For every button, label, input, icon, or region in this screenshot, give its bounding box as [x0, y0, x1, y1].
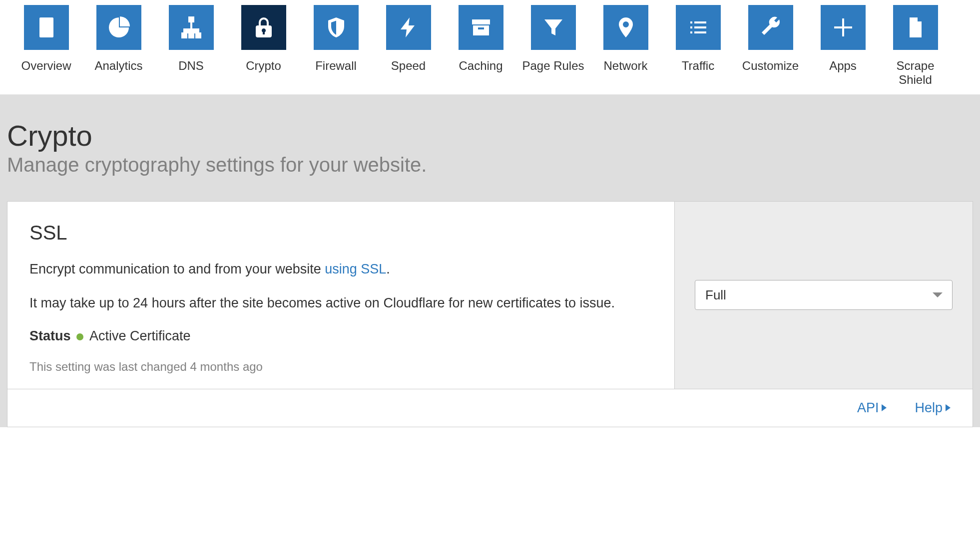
clipboard-icon [24, 5, 69, 50]
nav-label: Firewall [315, 59, 357, 73]
nav-label: Crypto [246, 59, 281, 73]
file-icon [893, 5, 938, 50]
sitemap-icon [169, 5, 214, 50]
page-subtitle: Manage cryptography settings for your we… [7, 154, 973, 176]
ssl-card-main: SSL Encrypt communication to and from yo… [7, 202, 973, 389]
nav-label: Scrape Shield [879, 59, 952, 86]
ssl-status-value: Active Certificate [89, 328, 191, 343]
nav-item-caching[interactable]: Caching [445, 5, 517, 94]
ssl-desc-suffix: . [386, 262, 390, 276]
bolt-icon [386, 5, 431, 50]
nav-label: Traffic [682, 59, 714, 73]
ssl-card-desc: Encrypt communication to and from your w… [29, 260, 652, 278]
nav-item-speed[interactable]: Speed [372, 5, 445, 94]
ssl-card-content: SSL Encrypt communication to and from yo… [7, 202, 675, 389]
page-title: Crypto [7, 120, 973, 152]
api-link[interactable]: API [857, 400, 887, 416]
nav-item-apps[interactable]: Apps [807, 5, 879, 94]
nav-label: Network [603, 59, 647, 73]
nav-item-network[interactable]: Network [589, 5, 662, 94]
funnel-icon [531, 5, 576, 50]
help-link[interactable]: Help [915, 400, 951, 416]
wrench-icon [748, 5, 793, 50]
marker-icon [603, 5, 648, 50]
api-link-label: API [857, 400, 879, 416]
nav-item-page-rules[interactable]: Page Rules [517, 5, 589, 94]
nav-label: Customize [742, 59, 799, 73]
nav-item-scrape-shield[interactable]: Scrape Shield [879, 5, 952, 94]
list-icon [676, 5, 721, 50]
nav-label: DNS [178, 59, 204, 73]
pie-icon [96, 5, 141, 50]
nav-label: Analytics [94, 59, 142, 73]
ssl-mode-select-wrap: Full [695, 280, 953, 310]
caret-right-icon [882, 404, 887, 411]
nav-item-customize[interactable]: Customize [734, 5, 807, 94]
nav-item-firewall[interactable]: Firewall [300, 5, 372, 94]
lock-icon [241, 5, 286, 50]
nav-label: Caching [459, 59, 502, 73]
nav-label: Page Rules [522, 59, 584, 73]
ssl-card-note: It may take up to 24 hours after the sit… [29, 294, 649, 312]
nav-label: Apps [829, 59, 857, 73]
ssl-card: SSL Encrypt communication to and from yo… [7, 201, 973, 427]
ssl-last-changed: This setting was last changed 4 months a… [29, 360, 652, 374]
ssl-status-label: Status [29, 328, 71, 343]
archive-icon [459, 5, 503, 50]
page-header: Crypto Manage cryptography settings for … [7, 113, 973, 201]
caret-right-icon [946, 404, 951, 411]
nav-item-crypto[interactable]: Crypto [227, 5, 300, 94]
nav-label: Overview [21, 59, 71, 73]
ssl-status-row: Status Active Certificate [29, 328, 652, 344]
nav-item-traffic[interactable]: Traffic [662, 5, 734, 94]
page-body: Crypto Manage cryptography settings for … [0, 95, 980, 427]
ssl-card-title: SSL [29, 222, 652, 244]
status-dot-icon [76, 333, 83, 340]
plus-icon [821, 5, 866, 50]
nav-label: Speed [391, 59, 426, 73]
ssl-mode-select[interactable]: Full [695, 280, 953, 310]
shield-icon [314, 5, 359, 50]
nav-item-overview[interactable]: Overview [10, 5, 82, 94]
help-link-label: Help [915, 400, 943, 416]
ssl-card-control: Full [675, 202, 973, 389]
ssl-desc-link[interactable]: using SSL [325, 262, 386, 276]
top-nav: OverviewAnalyticsDNSCryptoFirewallSpeedC… [0, 0, 980, 95]
nav-item-analytics[interactable]: Analytics [82, 5, 155, 94]
ssl-card-footer: API Help [7, 389, 973, 427]
ssl-desc-prefix: Encrypt communication to and from your w… [29, 262, 325, 276]
nav-item-dns[interactable]: DNS [155, 5, 227, 94]
